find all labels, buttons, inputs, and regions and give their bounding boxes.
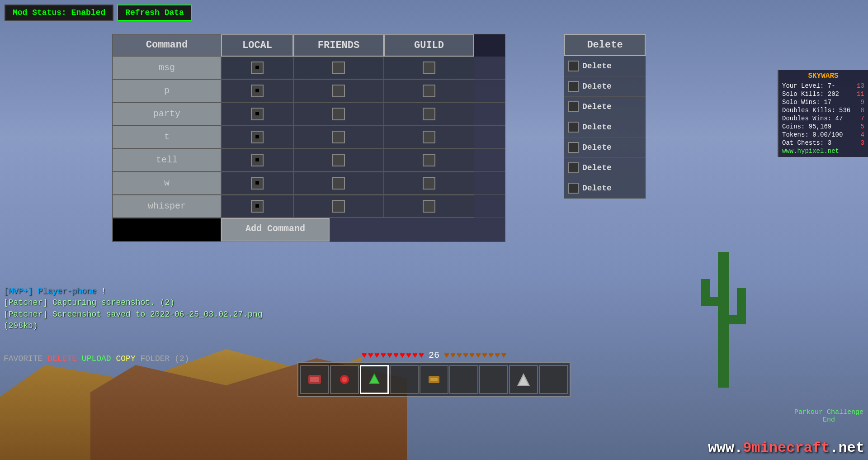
- cmd-whisper[interactable]: whisper: [113, 195, 221, 218]
- add-command-button[interactable]: Add Command: [221, 218, 330, 242]
- local-check-p[interactable]: ■: [221, 80, 293, 102]
- hotbar-slot-8[interactable]: [509, 365, 538, 394]
- local-check-w[interactable]: ■: [221, 172, 293, 194]
- guild-check-tell[interactable]: ✗: [384, 149, 474, 171]
- score-line: Doubles Kills: 536 8: [782, 106, 864, 114]
- score-line: www.hypixel.net: [782, 147, 864, 155]
- hotbar: [297, 362, 571, 397]
- scoreboard: SKYWARS Your Level: 7- 13 Solo Kills: 20…: [778, 70, 868, 157]
- score-line: Coins: 95,169 5: [782, 123, 864, 131]
- delete-checkbox-4[interactable]: [568, 122, 579, 133]
- friends-check-tell[interactable]: ✗: [293, 149, 384, 171]
- friends-check-whisper[interactable]: ✗: [293, 195, 384, 218]
- table-row: w ■ ✗ ✗: [113, 172, 505, 195]
- friends-check-party[interactable]: ✗: [293, 103, 384, 125]
- delete-label-4[interactable]: Delete: [582, 123, 612, 132]
- score-line: Doubles Wins: 47 7: [782, 114, 864, 123]
- chat-line-2: [Patcher] Capturing screenshot. (2): [4, 297, 335, 308]
- delete-row-2: Delete: [564, 76, 646, 97]
- svg-marker-10: [370, 375, 379, 383]
- local-column-header: LOCAL: [221, 34, 293, 57]
- cmd-t[interactable]: t: [113, 126, 221, 148]
- score-line: Your Level: 7- 13: [782, 82, 864, 90]
- guild-column-header: GUILD: [384, 34, 474, 57]
- score-line: Tokens: 0.00/100 4: [782, 131, 864, 139]
- cmd-party[interactable]: party: [113, 103, 221, 125]
- friends-check-p[interactable]: ✗: [293, 80, 384, 102]
- friends-check-msg[interactable]: ✗: [293, 57, 384, 79]
- scoreboard-title: SKYWARS: [782, 72, 864, 80]
- command-input[interactable]: [113, 218, 221, 242]
- table-row: tell ■ ✗ ✗: [113, 149, 505, 172]
- guild-check-party[interactable]: ✗: [384, 103, 474, 125]
- guild-check-t[interactable]: ✗: [384, 126, 474, 148]
- command-column-header: Command: [113, 34, 221, 57]
- score-line: Solo Wins: 17 9: [782, 98, 864, 106]
- local-check-party[interactable]: ■: [221, 103, 293, 125]
- delete-label-1[interactable]: Delete: [582, 62, 612, 71]
- guild-check-msg[interactable]: ✗: [384, 57, 474, 79]
- cmd-msg[interactable]: msg: [113, 57, 221, 79]
- delete-label-5[interactable]: Delete: [582, 143, 612, 152]
- delete-label-6[interactable]: Delete: [582, 163, 612, 172]
- cmd-w[interactable]: w: [113, 172, 221, 194]
- mod-status-button[interactable]: Mod Status: Enabled: [5, 5, 113, 21]
- delete-row-3: Delete: [564, 97, 646, 117]
- local-check-whisper[interactable]: ■: [221, 195, 293, 218]
- hotbar-slot-5[interactable]: [420, 365, 448, 394]
- delete-checkbox-6[interactable]: [568, 162, 579, 173]
- table-header: Command LOCAL FRIENDS GUILD: [113, 34, 505, 57]
- delete-checkbox-3[interactable]: [568, 101, 579, 112]
- hotbar-slot-9[interactable]: [539, 365, 568, 394]
- hotbar-slot-4[interactable]: [390, 365, 419, 394]
- hotbar-slot-6[interactable]: [449, 365, 478, 394]
- hotbar-slot-1[interactable]: [300, 365, 329, 394]
- action-folder[interactable]: FOLDER: [140, 354, 175, 363]
- action-count: (2): [175, 354, 189, 363]
- hotbar-slot-7[interactable]: [479, 365, 508, 394]
- health-bar: ♥ ♥ ♥ ♥ ♥ ♥ ♥ ♥ ♥ ♥ 26 ♥ ♥ ♥ ♥ ♥ ♥ ♥ ♥ ♥…: [362, 350, 506, 360]
- svg-rect-12: [430, 378, 438, 381]
- friends-check-t[interactable]: ✗: [293, 126, 384, 148]
- cmd-tell[interactable]: tell: [113, 149, 221, 171]
- delete-row-6: Delete: [564, 158, 646, 178]
- delete-checkbox-1[interactable]: [568, 61, 579, 71]
- svg-point-8: [342, 377, 347, 382]
- local-check-t[interactable]: ■: [221, 126, 293, 148]
- action-upload[interactable]: UPLOAD: [82, 354, 116, 363]
- refresh-data-button[interactable]: Refresh Data: [117, 5, 192, 21]
- parkour-line1: Parkour Challenge: [794, 408, 863, 416]
- local-check-msg[interactable]: ■: [221, 57, 293, 79]
- chat-line-4: (298kb): [4, 320, 335, 332]
- friends-check-w[interactable]: ✗: [293, 172, 384, 194]
- chat-area: [MVP+] Player-phone ! [Patcher] Capturin…: [0, 284, 339, 333]
- action-delete[interactable]: DELETE: [47, 354, 82, 363]
- local-check-tell[interactable]: ■: [221, 149, 293, 171]
- guild-check-p[interactable]: ✗: [384, 80, 474, 102]
- action-copy[interactable]: COPY: [116, 354, 140, 363]
- table-row: msg ■ ✗ ✗: [113, 57, 505, 80]
- parkour-text: Parkour Challenge End: [794, 408, 863, 424]
- table-row: t ■ ✗ ✗: [113, 126, 505, 149]
- table-row: party ■ ✗ ✗: [113, 103, 505, 126]
- health-count: 26: [429, 350, 439, 360]
- guild-check-w[interactable]: ✗: [384, 172, 474, 194]
- delete-label-3[interactable]: Delete: [582, 102, 612, 111]
- delete-row-7: Delete: [564, 178, 646, 199]
- delete-checkbox-2[interactable]: [568, 81, 579, 92]
- cmd-p[interactable]: p: [113, 80, 221, 102]
- delete-checkbox-5[interactable]: [568, 142, 579, 153]
- delete-row-5: Delete: [564, 138, 646, 158]
- hotbar-slot-2[interactable]: [330, 365, 359, 394]
- table-row: p ■ ✗ ✗: [113, 80, 505, 103]
- delete-column-header: Delete: [564, 34, 646, 56]
- delete-label-7[interactable]: Delete: [582, 184, 612, 193]
- parkour-line2: End: [794, 416, 863, 424]
- guild-check-whisper[interactable]: ✗: [384, 195, 474, 218]
- action-favorite[interactable]: FAVORITE: [4, 354, 47, 363]
- svg-rect-6: [310, 377, 319, 382]
- delete-checkbox-7[interactable]: [568, 183, 579, 194]
- score-line: Oat Chests: 3 3: [782, 139, 864, 147]
- delete-label-2[interactable]: Delete: [582, 82, 612, 91]
- hotbar-slot-3[interactable]: [360, 365, 389, 394]
